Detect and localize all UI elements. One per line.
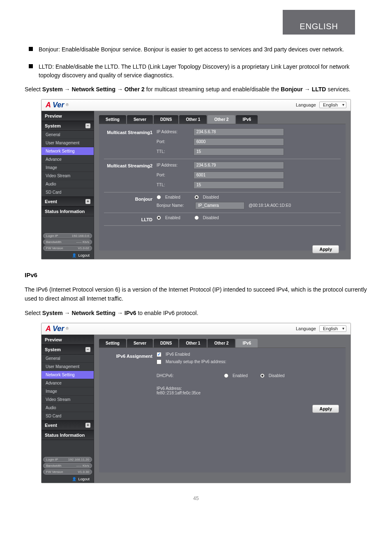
tab-other2[interactable]: Other 2 [208,115,235,124]
sidebar-item-sd-card[interactable]: SD Card [42,188,94,197]
tab-ipv6[interactable]: IPv6 [236,339,258,348]
sidebar-system[interactable]: System− [42,345,94,354]
lltd-disabled-radio[interactable] [194,215,199,220]
minus-icon[interactable]: − [85,347,90,352]
tab-other1[interactable]: Other 1 [179,115,207,124]
tab-setting[interactable]: Setting [99,339,126,348]
logout-link[interactable]: 👤Logout [43,252,92,259]
bandwidth-pill: Bandwidth----- Kb/s [43,239,92,245]
ms2-ttl-input[interactable]: 15 [194,181,284,189]
sidebar-event[interactable]: Event+ [42,420,94,430]
sidebar-preview[interactable]: Preview [42,335,94,345]
bullet-square-icon [29,47,33,51]
fwversion-pill: FW VersionV1.0.30 [43,469,92,475]
user-icon: 👤 [72,253,76,257]
sidebar-item-user-management[interactable]: User Management [42,363,94,371]
dhcpv6-enabled-radio[interactable] [224,373,228,378]
ms2-port-input[interactable]: 6001 [194,171,284,179]
sidebar-status[interactable]: Status Information [42,206,94,216]
ipv6-manual-checkbox[interactable] [157,359,161,364]
fwversion-pill: FW VersionV1.0.02 [43,246,92,251]
plus-icon[interactable]: + [85,199,90,204]
content-area: Setting Server DDNS Other 1 Other 2 IPv6… [94,111,350,259]
lltd-title: LLTD [104,215,157,222]
ms1-ttl-input[interactable]: 15 [194,148,284,155]
logout-link[interactable]: 👤Logout [43,475,92,483]
tab-server[interactable]: Server [127,339,153,348]
apply-button[interactable]: Apply [312,405,339,413]
ipv6-enabled-checkbox[interactable]: ✓ [157,352,161,357]
language-tab: ENGLISH [283,10,355,35]
page-number: 45 [25,496,367,501]
tab-other2[interactable]: Other 2 [208,339,235,348]
sidebar-item-sd-card[interactable]: SD Card [42,412,94,420]
tab-other1[interactable]: Other 1 [179,339,207,348]
bonjour-name-input[interactable]: IP_Camera [195,202,244,209]
sidebar-item-image[interactable]: Image [42,164,94,172]
bonjour-enabled-radio[interactable] [157,195,161,199]
user-icon: 👤 [72,477,76,481]
ms1-title: Multicast Streaming1 [104,128,157,155]
sidebar-system[interactable]: System− [42,121,94,131]
bonjour-title: Bonjour [104,195,157,209]
sidebar-item-image[interactable]: Image [42,387,94,396]
login-ip-pill: Login IP192.168.11.20 [43,457,92,462]
ipv6-select-path: Select System → Network Setting → IPv6 t… [25,309,367,318]
language-tab-label: ENGLISH [300,22,338,31]
tab-ipv6[interactable]: IPv6 [236,115,258,124]
ipv6-assign-title: IPv6 Assignment [104,352,157,395]
ms2-ip-input[interactable]: 234.5.6.79 [194,162,284,169]
login-ip-pill: Login IP192.168.0.6 [43,233,92,239]
tab-setting[interactable]: Setting [99,115,126,124]
sidebar-item-general[interactable]: General [42,354,94,363]
language-label: Language [296,102,316,107]
sidebar-item-advance[interactable]: Advance [42,379,94,387]
language-select[interactable]: English [319,102,346,108]
aver-logo: AVer® [46,101,69,109]
bullet-bonjour: Bonjour: Enable/disable Bonjour service.… [39,45,344,53]
tab-ddns[interactable]: DDNS [154,115,178,124]
sidebar-item-audio[interactable]: Audio [42,404,94,412]
tab-server[interactable]: Server [127,115,153,124]
bonjour-disabled-radio[interactable] [194,195,199,199]
ms1-port-input[interactable]: 6000 [194,138,284,146]
sidebar-item-video-stream[interactable]: Video Stream [42,172,94,180]
sidebar-item-advance[interactable]: Advance [42,155,94,164]
apply-button[interactable]: Apply [312,245,339,253]
sidebar-event[interactable]: Event+ [42,197,94,206]
sidebar-item-general[interactable]: General [42,131,94,139]
bullet-square-icon [29,64,33,68]
content-area: Setting Server DDNS Other 1 Other 2 IPv6… [94,335,350,483]
screenshot-other2: AVer® Language English Preview System− G… [41,99,351,259]
ms1-ip-input[interactable]: 234.5.6.78 [194,128,284,136]
ipv6-heading: IPv6 [25,270,367,280]
screenshot-ipv6: AVer® Language English Preview System− G… [41,323,351,483]
sidebar-item-audio[interactable]: Audio [42,180,94,188]
lltd-enabled-radio[interactable] [157,215,161,220]
bonjour-suffix: @00:18:1A:A0C:1D:E0 [249,203,291,208]
language-select[interactable]: English [319,325,346,332]
sidebar-item-user-management[interactable]: User Management [42,139,94,147]
plus-icon[interactable]: + [85,423,90,428]
sidebar: Preview System− General User Management … [42,335,94,483]
other2-select-path: Select System → Network Setting → Other … [25,85,367,94]
ms2-title: Multicast Streaming2 [104,162,157,189]
bullet-lltd: LLTD: Enable/disable the LLTD. The LLTD … [39,63,367,79]
ipv6-address-value: fe80::218:1aff:fe0c:35ce [157,391,201,395]
language-label: Language [296,326,316,331]
aver-logo: AVer® [46,324,69,333]
sidebar-item-network-setting[interactable]: Network Setting [42,371,94,379]
ipv6-description: The IPv6 (Internet Protocol version 6) i… [25,285,367,303]
sidebar-preview[interactable]: Preview [42,111,94,121]
sidebar-item-video-stream[interactable]: Video Stream [42,396,94,404]
sidebar-status[interactable]: Status Information [42,430,94,440]
bandwidth-pill: Bandwidth----- Kb/s [43,463,92,468]
sidebar-item-network-setting[interactable]: Network Setting [42,147,94,155]
tab-ddns[interactable]: DDNS [154,339,178,348]
sidebar: Preview System− General User Management … [42,111,94,259]
dhcpv6-disabled-radio[interactable] [260,373,265,378]
minus-icon[interactable]: − [85,123,90,128]
